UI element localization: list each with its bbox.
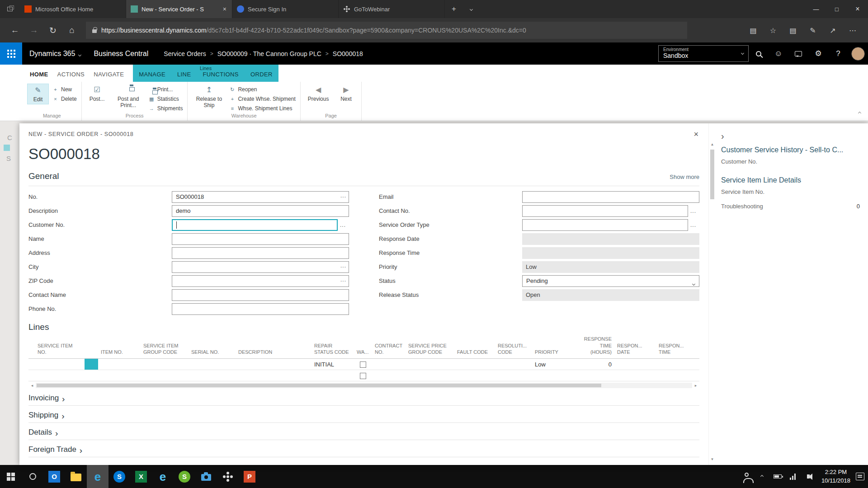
assist-button[interactable]: ...: [340, 277, 346, 283]
back-button[interactable]: ←: [5, 21, 24, 40]
cell-service-price-group-code[interactable]: [406, 359, 454, 370]
cell-description[interactable]: [236, 359, 311, 370]
new-button[interactable]: +New: [52, 86, 77, 93]
more-options-icon[interactable]: ⋯: [843, 21, 863, 40]
col-service-item-no[interactable]: SERVICE ITEM NO.: [35, 335, 85, 358]
browser-tab-service-order[interactable]: New - Service Order - S ×: [126, 0, 232, 18]
col-contract-no[interactable]: CONTRACT NO.: [372, 335, 406, 358]
general-heading[interactable]: General: [28, 171, 59, 181]
factbox-row-customer-no[interactable]: Customer No.: [721, 158, 862, 165]
assist-button[interactable]: ...: [340, 263, 346, 269]
scrollbar-thumb[interactable]: [710, 150, 714, 199]
col-resolution-code[interactable]: RESOLUTI... CODE: [495, 335, 532, 358]
cell-response-time[interactable]: [656, 359, 699, 370]
ink-notes-icon[interactable]: ✎: [803, 21, 823, 40]
status-field[interactable]: Pending: [522, 275, 699, 287]
favorites-hub-icon[interactable]: ▤: [783, 21, 803, 40]
network-button[interactable]: [785, 465, 801, 488]
contact-no-field[interactable]: [522, 205, 688, 217]
cell-warranty[interactable]: [354, 359, 372, 370]
factbox-row-service-item-no[interactable]: Service Item No.: [721, 188, 862, 195]
line-row-1[interactable]: INITIAL Low 0: [28, 359, 699, 370]
cell-contract-no[interactable]: [372, 359, 406, 370]
section-shipping[interactable]: Shipping ›: [28, 406, 699, 423]
col-service-price-group-code[interactable]: SERVICE PRICE GROUP CODE: [406, 335, 454, 358]
row-selector[interactable]: [28, 370, 35, 381]
warranty-checkbox[interactable]: [360, 361, 366, 368]
cell-resolution-code[interactable]: [495, 359, 532, 370]
browser-tab-office[interactable]: Microsoft Office Home: [20, 0, 126, 18]
phone-no-field[interactable]: [172, 303, 349, 315]
browser-tab-gotowebinar[interactable]: GoToWebinar: [339, 0, 445, 18]
taskbar-edge[interactable]: e: [87, 465, 108, 488]
tab-close-icon[interactable]: ×: [222, 5, 227, 13]
release-to-ship-button[interactable]: ↥ Release to Ship: [192, 84, 226, 110]
col-description[interactable]: DESCRIPTION: [236, 335, 311, 358]
cell-response-date[interactable]: [614, 359, 656, 370]
environment-picker[interactable]: Environment Sandbox: [658, 45, 749, 62]
scroll-right-icon[interactable]: ▸: [692, 383, 699, 388]
maximize-button[interactable]: □: [826, 0, 847, 18]
volume-button[interactable]: [801, 465, 816, 488]
window-close-button[interactable]: ×: [847, 0, 868, 18]
people-button[interactable]: [739, 465, 755, 488]
no-field[interactable]: SO000018...: [172, 191, 349, 203]
col-response-date[interactable]: RESPON... DATE: [614, 335, 656, 358]
tab-manage[interactable]: MANAGE: [133, 71, 171, 82]
scroll-left-icon[interactable]: ◂: [28, 383, 36, 388]
taskbar-skype-for-business[interactable]: S: [108, 465, 130, 488]
line-row-2[interactable]: [28, 370, 699, 381]
cell-warranty[interactable]: [354, 370, 372, 381]
city-field[interactable]: ...: [172, 261, 349, 273]
lines-horizontal-scrollbar[interactable]: ◂ ▸: [28, 382, 699, 389]
share-icon[interactable]: ↗: [823, 21, 843, 40]
chevron-down-icon[interactable]: [79, 50, 81, 58]
cell-item-no[interactable]: [98, 359, 141, 370]
search-button[interactable]: [749, 42, 769, 65]
minimize-button[interactable]: —: [806, 0, 826, 18]
home-button[interactable]: ⌂: [62, 21, 81, 40]
battery-button[interactable]: [770, 465, 785, 488]
previous-button[interactable]: ◀ Previous: [305, 84, 332, 103]
tab-list-button[interactable]: [463, 0, 479, 18]
forward-button[interactable]: →: [24, 21, 43, 40]
col-fault-code[interactable]: FAULT CODE: [454, 335, 495, 358]
account-button[interactable]: [848, 42, 868, 65]
col-response-time-hours[interactable]: RESPONSE TIME (HOURS): [575, 335, 614, 358]
taskbar-internet-explorer[interactable]: e: [152, 465, 174, 488]
dialog-close-icon[interactable]: ×: [693, 130, 699, 139]
tab-home[interactable]: HOME: [25, 71, 53, 82]
taskbar-excel[interactable]: X: [130, 465, 152, 488]
assist-button[interactable]: ...: [340, 222, 346, 228]
reopen-button[interactable]: ↻Reopen: [229, 86, 295, 93]
breadcrumb-service-orders[interactable]: Service Orders: [164, 50, 206, 57]
section-invoicing[interactable]: Invoicing ›: [28, 389, 699, 406]
new-tab-button[interactable]: +: [445, 0, 463, 18]
taskbar-skype[interactable]: S: [174, 465, 195, 488]
help-button[interactable]: ?: [828, 42, 848, 65]
tab-functions[interactable]: FUNCTIONS: [197, 71, 244, 82]
post-and-print-button[interactable]: Post and Print...: [112, 84, 145, 110]
dialog-vertical-scrollbar[interactable]: ▲ ▼: [708, 123, 716, 465]
factbox-title-service-item-details[interactable]: Service Item Line Details: [721, 176, 862, 184]
app-name[interactable]: Business Central: [94, 50, 148, 58]
customer-no-field[interactable]: [172, 219, 338, 231]
search-button[interactable]: [22, 465, 43, 488]
post-button[interactable]: ☑ Post...: [86, 84, 108, 103]
scroll-up-icon[interactable]: ▲: [709, 142, 716, 146]
scroll-down-icon[interactable]: ▼: [709, 457, 716, 461]
address-field[interactable]: [172, 247, 349, 259]
product-name[interactable]: Dynamics 365: [29, 50, 75, 58]
browser-tab-secure-sign-in[interactable]: Secure Sign In: [232, 0, 339, 18]
chat-button[interactable]: [788, 42, 808, 65]
factbox-collapse-icon[interactable]: ›: [721, 131, 862, 141]
whse-shipment-lines-button[interactable]: ≡Whse. Shipment Lines: [229, 105, 295, 112]
taskbar-gotowebinar[interactable]: [217, 465, 239, 488]
factbox-row-troubleshooting[interactable]: Troubleshooting 0: [721, 203, 862, 210]
start-button[interactable]: [0, 465, 22, 488]
app-launcher-button[interactable]: [0, 42, 22, 65]
feedback-button[interactable]: ☺: [769, 42, 788, 65]
service-order-type-field[interactable]: [522, 219, 688, 231]
next-button[interactable]: ▶ Next: [335, 84, 357, 103]
cell-serial-no[interactable]: [189, 359, 236, 370]
